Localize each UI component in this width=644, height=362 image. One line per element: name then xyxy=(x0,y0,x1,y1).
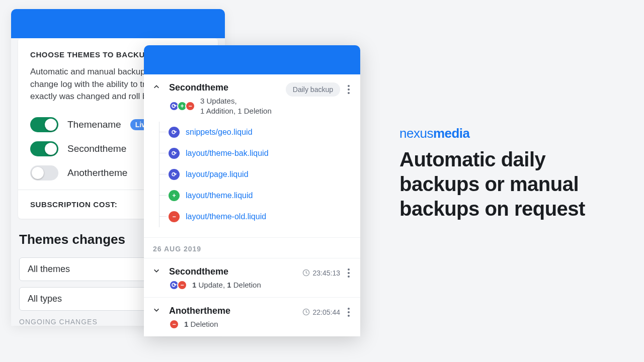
change-log-panel: Secondtheme ⟳ + − 3 Updates, 1 Addition,… xyxy=(144,45,360,336)
file-path: layout/page.liquid xyxy=(186,170,249,179)
brand-logo: nexusmedia xyxy=(399,126,611,141)
entry-summary: 1 Update, 1 Deletion xyxy=(192,280,261,290)
entry-summary: 3 Updates, 1 Addition, 1 Deletion xyxy=(200,96,272,117)
date-separator: 26 AUG 2019 xyxy=(144,238,360,258)
entry-summary: 1 Deletion xyxy=(184,319,218,329)
clock-icon xyxy=(302,308,310,316)
update-icon: ⟳ xyxy=(169,148,180,159)
changed-file[interactable]: ⟳ snippets/geo.liquid xyxy=(159,122,351,143)
addition-icon: + xyxy=(169,190,180,201)
theme-toggle[interactable] xyxy=(30,141,58,156)
entry-menu-button[interactable] xyxy=(344,306,353,319)
entry-time: 22:05:44 xyxy=(302,308,341,316)
marketing-copy: nexusmedia Automatic daily backups or ma… xyxy=(399,126,611,221)
changelog-entry: Secondtheme ⟳ − 1 Update, 1 Deletion 23:… xyxy=(144,258,360,298)
entry-time: 23:45:13 xyxy=(302,269,341,277)
theme-name: Themename xyxy=(67,119,121,130)
collapse-icon[interactable] xyxy=(153,83,164,95)
file-path: snippets/geo.liquid xyxy=(186,128,253,137)
update-icon: ⟳ xyxy=(169,127,180,138)
deletion-icon: − xyxy=(169,319,179,329)
file-path: layout/theme-bak.liquid xyxy=(186,149,269,158)
update-icon: ⟳ xyxy=(169,169,180,180)
changed-files-list: ⟳ snippets/geo.liquid ⟳ layout/theme-bak… xyxy=(159,122,351,227)
changed-file[interactable]: − layout/theme-old.liquid xyxy=(159,206,351,227)
changed-file[interactable]: ⟳ layout/page.liquid xyxy=(159,164,351,185)
expand-icon[interactable] xyxy=(153,307,164,318)
changed-file[interactable]: ⟳ layout/theme-bak.liquid xyxy=(159,143,351,164)
entry-menu-button[interactable] xyxy=(344,266,353,280)
clock-icon xyxy=(302,269,310,277)
headline: Automatic daily backups or manual backup… xyxy=(399,147,611,221)
change-type-icons: − xyxy=(169,319,177,329)
theme-name: Anothertheme xyxy=(67,167,127,178)
entry-menu-button[interactable] xyxy=(344,83,353,96)
file-path: layout/theme-old.liquid xyxy=(186,212,266,221)
change-type-icons: ⟳ + − xyxy=(169,101,193,111)
theme-name: Secondtheme xyxy=(67,143,126,154)
changed-file[interactable]: + layout/theme.liquid xyxy=(159,185,351,206)
deletion-icon: − xyxy=(185,101,195,111)
file-path: layout/theme.liquid xyxy=(186,191,253,200)
expand-icon[interactable] xyxy=(153,267,164,279)
changelog-entry: Anothertheme − 1 Deletion 22:05:44 xyxy=(144,298,360,336)
change-type-icons: ⟳ − xyxy=(169,280,185,290)
deletion-icon: − xyxy=(169,211,180,222)
backup-type-chip: Daily backup xyxy=(286,82,340,97)
theme-toggle[interactable] xyxy=(30,165,58,180)
deletion-icon: − xyxy=(177,280,187,290)
theme-toggle[interactable] xyxy=(30,117,58,132)
changelog-entry-expanded: Secondtheme ⟳ + − 3 Updates, 1 Addition,… xyxy=(144,74,360,238)
